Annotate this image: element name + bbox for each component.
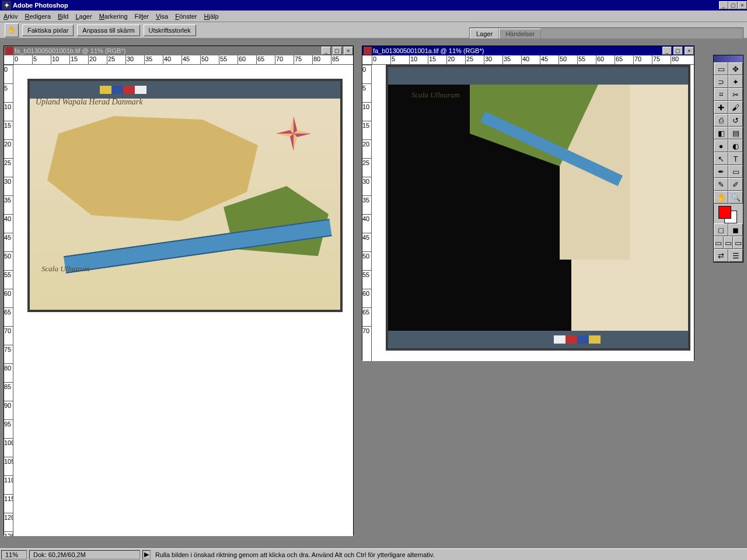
screen-full-icon[interactable]: ▭ bbox=[733, 236, 743, 249]
actual-pixels-button[interactable]: Faktiska pixlar bbox=[22, 24, 74, 36]
doc1-close[interactable]: × bbox=[344, 47, 353, 55]
doc1-vruler[interactable]: 0510152025303540455055606570758085909510… bbox=[4, 65, 13, 536]
screen-standard-icon[interactable]: ▭ bbox=[714, 236, 724, 249]
menu-hjalp[interactable]: Hjälp bbox=[204, 13, 219, 20]
tools-grid: ▭✥⊃✦⌗✂✚🖌⎙↺◧▤●◐↖T✒▭✎✐✋🔍 bbox=[714, 62, 743, 204]
zoom-field[interactable]: 11% bbox=[1, 550, 27, 559]
menu-lager[interactable]: Lager bbox=[75, 13, 92, 20]
color-swatch bbox=[714, 204, 743, 223]
document-window-2[interactable]: fa_b013005001001a.tif @ 11% (RGB*) _ ▢ ×… bbox=[362, 46, 694, 360]
doc2-title: fa_b013005001001a.tif @ 11% (RGB*) bbox=[373, 47, 484, 54]
jump-row: ⇄ ☰ bbox=[714, 249, 743, 262]
marquee-tool-icon[interactable]: ▭ bbox=[714, 62, 728, 75]
blur-tool-icon[interactable]: ● bbox=[714, 139, 728, 152]
zoom-tool-icon[interactable]: 🔍 bbox=[728, 191, 743, 204]
doc1-canvas-area: 0510152025303540455055606570758085 05101… bbox=[4, 55, 353, 536]
map-title-script: Upland Wapala Herad Danmark bbox=[36, 97, 142, 107]
brush-tool-icon[interactable]: 🖌 bbox=[728, 101, 743, 114]
menu-markering[interactable]: Markering bbox=[99, 13, 128, 20]
compass-rose-icon bbox=[276, 116, 311, 151]
window-buttons: _ ▢ × bbox=[719, 1, 747, 9]
hand-tool-icon[interactable]: ✋ bbox=[714, 191, 728, 204]
jump-imageready-icon[interactable]: ⇄ bbox=[714, 249, 728, 262]
document-window-1[interactable]: fa_b013005001001b.tif @ 11% (RGB*) _ ▢ ×… bbox=[4, 46, 354, 536]
doc1-max[interactable]: ▢ bbox=[333, 47, 342, 55]
doc1-hruler[interactable]: 0510152025303540455055606570758085 bbox=[4, 55, 353, 65]
stamp-tool-icon[interactable]: ⎙ bbox=[714, 114, 728, 127]
fit-screen-button[interactable]: Anpassa till skärm bbox=[77, 24, 139, 36]
slice-tool-icon[interactable]: ✂ bbox=[728, 88, 743, 101]
shape-tool-icon[interactable]: ▭ bbox=[728, 165, 743, 178]
app-titlebar: ✦ Adobe Photoshop _ ▢ × bbox=[0, 0, 747, 10]
map1-header bbox=[30, 81, 340, 99]
doc2-close[interactable]: × bbox=[685, 47, 694, 55]
current-tool-icon[interactable]: ✋ bbox=[5, 23, 19, 37]
dodge-tool-icon[interactable]: ◐ bbox=[728, 139, 743, 152]
doc2-min[interactable]: _ bbox=[662, 47, 672, 55]
wand-tool-icon[interactable]: ✦ bbox=[728, 75, 743, 88]
doc2-canvas-area: 05101520253035404550556065707580 0510152… bbox=[362, 55, 694, 361]
doc1-titlebar[interactable]: fa_b013005001001b.tif @ 11% (RGB*) _ ▢ × bbox=[4, 46, 353, 55]
tools-palette[interactable]: ▭✥⊃✦⌗✂✚🖌⎙↺◧▤●◐↖T✒▭✎✐✋🔍 ◻ ◼ ▭ ▭ ▭ ⇄ ☰ bbox=[713, 55, 743, 262]
workspace: fa_b013005001001b.tif @ 11% (RGB*) _ ▢ ×… bbox=[0, 38, 747, 548]
doc2-hruler[interactable]: 05101520253035404550556065707580 bbox=[362, 55, 694, 65]
standard-mode-icon[interactable]: ◻ bbox=[714, 223, 728, 236]
type-tool-icon[interactable]: T bbox=[728, 152, 743, 165]
close-button[interactable]: × bbox=[738, 1, 747, 9]
map2-header bbox=[388, 67, 688, 85]
palette-well: Lager Händelser bbox=[469, 27, 743, 39]
menu-visa[interactable]: Visa bbox=[156, 13, 168, 20]
menu-fonster[interactable]: Fönster bbox=[175, 13, 197, 20]
screen-full-menu-icon[interactable]: ▭ bbox=[724, 236, 734, 249]
map1-body: Upland Wapala Herad Danmark Scala Ullnar… bbox=[30, 99, 340, 285]
heal-tool-icon[interactable]: ✚ bbox=[714, 101, 728, 114]
doc-icon bbox=[364, 47, 372, 55]
crop-tool-icon[interactable]: ⌗ bbox=[714, 88, 728, 101]
lasso-tool-icon[interactable]: ⊃ bbox=[714, 75, 728, 88]
app-icon: ✦ bbox=[2, 1, 11, 10]
eyedrop-tool-icon[interactable]: ✐ bbox=[728, 178, 743, 191]
app-title: Adobe Photoshop bbox=[13, 2, 68, 9]
status-hint: Rulla bilden i önskad riktning genom att… bbox=[152, 551, 438, 558]
minimize-button[interactable]: _ bbox=[719, 1, 728, 9]
doc2-vruler[interactable]: 0510152025303540455055606570 bbox=[362, 65, 372, 361]
color-calibration-bar-2 bbox=[554, 335, 601, 344]
status-bar: 11% Dok: 60,2M/60,2M ▶ Rulla bilden i ön… bbox=[0, 548, 747, 560]
doc2-canvas[interactable]: Scala Ullnarum bbox=[372, 65, 694, 361]
menu-redigera[interactable]: Redigera bbox=[25, 13, 51, 20]
menu-arkiv[interactable]: Arkiv bbox=[4, 13, 18, 20]
quickmask-mode-icon[interactable]: ◼ bbox=[728, 223, 743, 236]
gradient-tool-icon[interactable]: ▤ bbox=[728, 127, 743, 139]
color-calibration-bar bbox=[100, 86, 146, 94]
doc1-canvas[interactable]: Upland Wapala Herad Danmark Scala Ullnar… bbox=[13, 65, 353, 536]
maximize-button[interactable]: ▢ bbox=[728, 1, 738, 9]
map2-scale-label: Scala Ullnarum bbox=[411, 90, 460, 100]
doc2-image: Scala Ullnarum bbox=[386, 65, 690, 351]
tab-lager[interactable]: Lager bbox=[470, 29, 499, 38]
status-menu-icon[interactable]: ▶ bbox=[142, 550, 151, 559]
screen-mode-row: ▭ ▭ ▭ bbox=[714, 236, 743, 249]
doc-icon bbox=[5, 47, 13, 55]
doc1-min[interactable]: _ bbox=[322, 47, 331, 55]
notes-tool-icon[interactable]: ✎ bbox=[714, 178, 728, 191]
foreground-color-swatch[interactable] bbox=[718, 206, 731, 219]
doc-size-field[interactable]: Dok: 60,2M/60,2M bbox=[29, 550, 140, 559]
tools-header[interactable] bbox=[714, 55, 743, 62]
history-tool-icon[interactable]: ↺ bbox=[728, 114, 743, 127]
doc1-title: fa_b013005001001b.tif @ 11% (RGB*) bbox=[15, 47, 125, 54]
path-tool-icon[interactable]: ↖ bbox=[714, 152, 728, 165]
print-size-button[interactable]: Utskriftsstorlek bbox=[144, 24, 196, 36]
map2-footer bbox=[388, 331, 688, 348]
doc2-max[interactable]: ▢ bbox=[673, 47, 683, 55]
eraser-tool-icon[interactable]: ◧ bbox=[714, 127, 728, 139]
map-scale-label: Scala Ullnarum bbox=[41, 264, 90, 274]
pen-tool-icon[interactable]: ✒ bbox=[714, 165, 728, 178]
mask-mode-row: ◻ ◼ bbox=[714, 223, 743, 236]
move-tool-icon[interactable]: ✥ bbox=[728, 62, 743, 75]
jump-other-icon[interactable]: ☰ bbox=[728, 249, 743, 262]
menu-bild[interactable]: Bild bbox=[58, 13, 68, 20]
menu-filter[interactable]: Filter bbox=[135, 13, 149, 20]
doc2-titlebar[interactable]: fa_b013005001001a.tif @ 11% (RGB*) _ ▢ × bbox=[362, 46, 694, 55]
doc1-image: Upland Wapala Herad Danmark Scala Ullnar… bbox=[27, 79, 343, 312]
tab-handelser[interactable]: Händelser bbox=[499, 29, 541, 38]
